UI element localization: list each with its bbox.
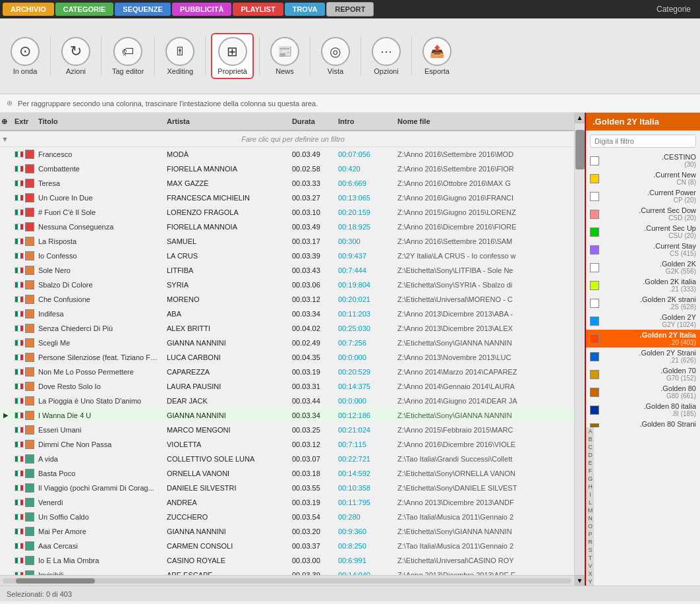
alpha-letter[interactable]: N (587, 514, 594, 522)
menu-archivio[interactable]: ARCHIVIO (3, 3, 54, 16)
col-durata-header[interactable]: Durata (289, 117, 335, 125)
v-scroll-down[interactable]: ▼ (575, 575, 585, 586)
h-scrollbar[interactable] (0, 575, 574, 586)
table-row[interactable]: Esseri Umani MARCO MENGONI 00.03.25 00:2… (0, 423, 574, 437)
table-row[interactable]: Combattente FIORELLA MANNOIA 00.02.58 00… (0, 162, 574, 176)
toolbar-in-onda[interactable]: ⊙ In onda (5, 34, 45, 78)
alpha-letter[interactable]: M (587, 506, 594, 514)
alpha-letter[interactable]: O (587, 522, 594, 530)
table-row[interactable]: Un Cuore In Due FRANCESCA MICHIELIN 00.0… (0, 191, 574, 205)
table-body[interactable]: Francesco MODÀ 00.03.49 00:07:056 Z:\Ann… (0, 147, 574, 575)
sidebar-item[interactable]: .Golden 2Y Strani .21 (626) (586, 347, 700, 365)
alpha-letter[interactable]: R (587, 538, 594, 546)
alpha-letter[interactable]: V (587, 562, 594, 570)
table-row[interactable]: Basta Poco ORNELLA VANONI 00.03.18 00:14… (0, 466, 574, 481)
alpha-letter[interactable]: Y (587, 578, 594, 586)
col-titolo-header[interactable]: Titolo (36, 117, 164, 125)
sidebar-item[interactable]: .Golden 2K italia .21 (333) (586, 276, 700, 294)
toolbar-tag-editor[interactable]: 🏷 Tag editor (107, 34, 149, 78)
table-row[interactable]: A vida COLLETTIVO SOLE LUNA 00.03.07 00:… (0, 452, 574, 466)
alpha-letter[interactable]: F (587, 467, 594, 475)
col-extr-header[interactable]: Extr (12, 117, 36, 125)
table-row[interactable]: Dimmi Che Non Passa VIOLETTA 00.03.12 00… (0, 437, 574, 452)
table-row[interactable]: Nessuna Conseguenza FIORELLA MANNOIA 00.… (0, 220, 574, 234)
menu-categorie[interactable]: CATEGORIE (55, 3, 114, 16)
alpha-letter[interactable]: A (587, 427, 594, 435)
v-scroll-track[interactable] (575, 123, 585, 575)
alpha-letter[interactable]: B (587, 435, 594, 443)
v-scroll-thumb[interactable] (575, 130, 585, 169)
col-artista-header[interactable]: Artista (164, 117, 289, 125)
alpha-letter[interactable]: D (587, 451, 594, 459)
table-row[interactable]: Sbalzo Di Colore SYRIA 00.03.06 00:19:80… (0, 278, 574, 292)
menu-trova[interactable]: TROVA (285, 3, 326, 16)
alpha-letter[interactable]: G (587, 475, 594, 483)
table-row[interactable]: La Risposta SAMUEL 00.03.17 00:300 Z:\An… (0, 234, 574, 249)
alpha-letter[interactable]: C (587, 443, 594, 451)
sidebar-item[interactable]: .Golden 80 Strani .8S (643) (586, 419, 700, 427)
h-scrollbar-track[interactable] (3, 578, 571, 584)
table-row[interactable]: ▶ I Wanna Die 4 U GIANNA NANNINI 00.03.3… (0, 408, 574, 423)
table-row[interactable]: Io Confesso LA CRUS 00.03.39 00:9:437 Z:… (0, 249, 574, 263)
table-row[interactable]: Persone Silenziose (feat. Tiziano Fer...… (0, 350, 574, 365)
table-row[interactable]: Un Soffio Caldo ZUCCHERO 00.03.54 00:280… (0, 510, 574, 524)
col-intro-header[interactable]: Intro (335, 117, 395, 125)
table-row[interactable]: Invisibili APE ESCAPE 00.03.39 00:14:040… (0, 568, 574, 575)
alpha-letter[interactable]: T (587, 554, 594, 562)
table-row[interactable]: Che Confusione MORENO 00.03.12 00:20:021… (0, 292, 574, 307)
toolbar-azioni[interactable]: ↻ Azioni (56, 34, 96, 78)
col-nomefile-header[interactable]: Nome file (395, 117, 574, 125)
alpha-letter[interactable]: X (587, 570, 594, 578)
toolbar-proprieta[interactable]: ⊞ Proprietà (211, 33, 254, 79)
table-row[interactable]: Senza Chiederci Di Più ALEX BRITTI 00.04… (0, 321, 574, 336)
table-row[interactable]: Mai Per Amore GIANNA NANNINI 00.03.20 00… (0, 524, 574, 539)
menu-report[interactable]: REPORT (326, 2, 374, 16)
table-row[interactable]: Io E La Mia Ombra CASINO ROYALE 00.03.00… (0, 553, 574, 568)
sidebar-item[interactable]: .Golden 80 G80 (661) (586, 383, 700, 401)
table-row[interactable]: Teresa MAX GAZZÈ 00.03.33 00:6:669 Z:\An… (0, 176, 574, 191)
table-row[interactable]: La Pioggia è Uno Stato D'animo DEAR JACK… (0, 394, 574, 408)
menu-pubblicita[interactable]: PUBBLICITÀ (172, 3, 232, 16)
sidebar-item[interactable]: .CESTINO (30) (586, 152, 700, 169)
table-row[interactable]: Francesco MODÀ 00.03.49 00:07:056 Z:\Ann… (0, 147, 574, 162)
alpha-letter[interactable]: P (587, 530, 594, 538)
alpha-letter[interactable]: L (587, 498, 594, 506)
alpha-letter[interactable]: E (587, 459, 594, 467)
sidebar-item[interactable]: .Golden 2Y Italia .20 (403) (586, 330, 700, 347)
alpha-letter[interactable]: I (587, 491, 594, 498)
sidebar-item[interactable]: .Current Sec Dow CSD (20) (586, 205, 700, 223)
table-row[interactable]: Scegli Me GIANNA NANNINI 00.02.49 00:7:2… (0, 336, 574, 350)
filter-definition-row[interactable]: ▼ Fare clic qui per definire un filtro (0, 131, 574, 147)
filter-row-text[interactable]: Fare clic qui per definire un filtro (12, 135, 574, 143)
toolbar-esporta[interactable]: 📤 Esporta (417, 34, 457, 78)
table-row[interactable]: # Fuori C'è Il Sole LORENZO FRAGOLA 00.0… (0, 205, 574, 220)
sidebar-filter-input[interactable] (590, 135, 696, 148)
sidebar-item[interactable]: .Current Stay CS (415) (586, 241, 700, 258)
toolbar-opzioni[interactable]: ⋯ Opzioni (366, 34, 406, 78)
alpha-letter[interactable]: S (587, 546, 594, 554)
table-row[interactable]: Non Me Lo Posso Permettere CAPAREZZA 00.… (0, 365, 574, 379)
table-row[interactable]: Il Viaggio (pochi Grammi Di Corag... DAN… (0, 481, 574, 495)
sidebar-item[interactable]: .Current New CN (8) (586, 169, 700, 187)
sidebar-item[interactable]: .Current Power CP (20) (586, 187, 700, 205)
toolbar-xediting[interactable]: 🎚 Xediting (160, 34, 200, 78)
menu-sequenze[interactable]: SEQUENZE (115, 3, 171, 16)
v-scrollbar[interactable]: ▲ ▼ (574, 113, 585, 586)
toolbar-news[interactable]: 📰 News (265, 34, 305, 78)
table-row[interactable]: Sole Nero LITFIBA 00.03.43 00:7:444 Z:\E… (0, 263, 574, 278)
sidebar-item[interactable]: .Golden 2K strani .2S (628) (586, 294, 700, 312)
h-scrollbar-thumb[interactable] (16, 578, 95, 584)
v-scroll-up[interactable]: ▲ (575, 113, 585, 123)
table-row[interactable]: Aaa Cercasi CARMEN CONSOLI 00.03.37 00:8… (0, 539, 574, 553)
sidebar-item[interactable]: .Golden 80 italia .8I (185) (586, 401, 700, 419)
alpha-letter[interactable]: H (587, 483, 594, 491)
sidebar-item[interactable]: .Golden 70 G70 (152) (586, 365, 700, 383)
sidebar-item[interactable]: .Current Sec Up CSU (20) (586, 223, 700, 241)
table-row[interactable]: Venerdì ANDREA 00.03.19 00:11:795 Z:\Ann… (0, 495, 574, 510)
table-row[interactable]: Indifesa ABA 00.03.34 00:11:203 Z:\Anno … (0, 307, 574, 321)
sidebar-item[interactable]: .Golden 2Y G2Y (1024) (586, 312, 700, 330)
toolbar-vista[interactable]: ◎ Vista (316, 34, 355, 78)
table-row[interactable]: Dove Resto Solo Io LAURA PAUSINI 00.03.3… (0, 379, 574, 394)
sidebar-item[interactable]: .Golden 2K G2K (556) (586, 258, 700, 276)
menu-playlist[interactable]: PLAYLIST (233, 3, 283, 16)
